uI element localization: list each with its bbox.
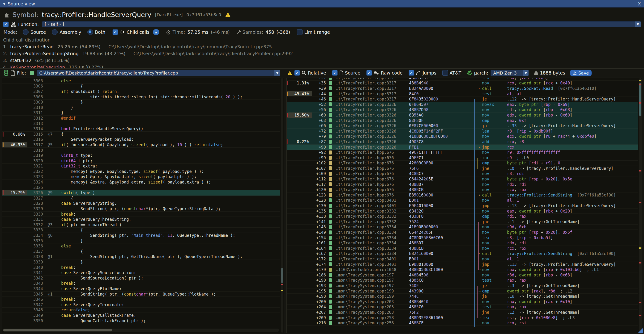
asm-location[interactable]: …t\TracyProfiler.cpp:3334 <box>336 235 409 240</box>
source-line[interactable]: 3346 break; <box>2 297 280 302</box>
source-line[interactable]: 3306 { <box>2 84 280 89</box>
asm-location[interactable]: …t\TracyProfiler.cpp:3401 <box>336 262 409 267</box>
asm-location[interactable]: …mon\TracySystem.cpp:199 <box>336 294 409 299</box>
source-line[interactable]: 3322 memcpy( &type, &payload.type, sizeo… <box>2 169 280 174</box>
asm-row[interactable]: +56 …t\TracyProfiler.cpp:3326 488B7D98 m… <box>287 107 638 113</box>
asm-mnemonic[interactable]: lea <box>482 78 507 80</box>
source-line[interactable]: 3348 return false; <box>2 308 280 313</box>
asm-mnemonic[interactable]: mov <box>482 230 507 235</box>
asm-location[interactable]: …mon\TracySystem.cpp:197 <box>336 273 409 277</box>
asm-mnemonic[interactable]: mov <box>482 171 507 176</box>
asm-mnemonic[interactable]: jne <box>482 310 507 315</box>
asm-location[interactable]: …t\TracyProfiler.cpp:3334 <box>336 241 409 245</box>
asm-location[interactable]: …t\TracyProfiler.cpp:3326 <box>336 113 409 118</box>
asm-location[interactable]: …t\TracyProfiler.hpp:676 <box>336 161 409 165</box>
child-calls-checkbox[interactable]: ✓ <box>112 29 118 35</box>
source-line[interactable]: 46.93% 3317 @5 if( !m_sock->Read( &paylo… <box>2 142 280 148</box>
asm-mnemonic[interactable]: mov <box>482 321 507 325</box>
source-line[interactable]: 3336 else <box>2 243 280 249</box>
source-line[interactable]: 3310 } <box>2 105 280 110</box>
asm-location[interactable]: …t\TracyProfiler.cpp:3334 <box>336 230 409 235</box>
asm-location[interactable]: …mon\TracySystem.cpp:258 <box>336 321 409 325</box>
asm-row[interactable]: +209 …mon\TracySystem.cpp:258 488D35E886… <box>287 315 638 321</box>
asm-row[interactable]: +198 …mon\TracySystem.cpp:199 744C je .L… <box>287 294 638 299</box>
source-line[interactable]: 3337 { <box>2 249 280 254</box>
asm-mnemonic[interactable]: add <box>482 139 507 144</box>
close-icon[interactable]: X <box>638 1 641 6</box>
source-line[interactable]: 3316 ServerQueryPacket payload; <box>2 137 280 143</box>
asm-mnemonic[interactable]: movzx <box>482 102 507 107</box>
asm-mnemonic[interactable]: call <box>482 251 507 256</box>
asm-row[interactable]: 15.50% +60 …t\TracyProfiler.cpp:3326 8B5… <box>287 113 638 118</box>
asm-location[interactable]: …t\TracyProfiler.cpp:3332 <box>336 219 409 224</box>
asm-mnemonic[interactable]: mov <box>482 209 507 213</box>
source-line[interactable]: 3331 case ServerQueryThreadString: <box>2 217 280 222</box>
asm-location[interactable]: …t\TracyProfiler.cpp:3334 <box>336 251 409 256</box>
asm-row[interactable]: +172 …t\TracyProfiler.cpp:3401 B001 mov … <box>287 256 638 262</box>
asm-row[interactable]: +154 …t\TracyProfiler.cpp:3334 4C8D055FB… <box>287 235 638 241</box>
chevron-down-icon[interactable]: ▼ <box>523 70 528 76</box>
asm-location[interactable]: …1103\include\atomic:1048 <box>336 267 409 272</box>
asm-location[interactable]: …t\TracyProfiler.cpp:3326 <box>336 102 409 107</box>
source-line[interactable]: 3335 } <box>2 238 280 244</box>
asm-row[interactable]: +52 …t\TracyProfiler.cpp:3326 0FB64597 m… <box>287 102 638 107</box>
source-line[interactable]: 3332 @3 if( ptr == m_mainThread ) <box>2 222 280 228</box>
asm-row[interactable]: +90 …t\TracyProfiler.cpp:3326 FFE1 ‹ jmp… <box>287 145 638 150</box>
asm-row[interactable]: +216 …mon\TracySystem.cpp:258 488BCE mov… <box>287 320 638 326</box>
scrollbar-thumb[interactable] <box>3 329 112 332</box>
asm-mnemonic[interactable]: mov <box>482 257 507 261</box>
asm-mnemonic[interactable]: cmp <box>482 118 507 123</box>
asm-row[interactable]: +130 …t\TracyProfiler.cpp:3401 E9E401000… <box>287 203 638 208</box>
asm-location[interactable]: …t\TracyProfiler.cpp:3317 <box>336 97 409 101</box>
source-line[interactable]: 0.66% 3315 @7 { <box>2 132 280 137</box>
scrollbar-thumb[interactable] <box>281 268 283 283</box>
source-vertical-scrollbar[interactable] <box>281 78 284 333</box>
source-line[interactable]: 3309 } <box>2 100 280 105</box>
jumps-checkbox[interactable]: ✓ <box>408 70 414 76</box>
limit-range-checkbox[interactable]: ✓ <box>297 29 302 35</box>
source-line[interactable]: 3333 { <box>2 228 280 233</box>
asm-mnemonic[interactable]: lea <box>482 129 507 134</box>
asm-row[interactable]: +164 …t\TracyProfiler.cpp:3334 488BCB mo… <box>287 246 638 251</box>
asm-mnemonic[interactable]: call <box>482 193 507 197</box>
asm-mnemonic[interactable]: mov <box>482 113 507 118</box>
asm-mnemonic[interactable]: mov <box>482 182 507 187</box>
asm-mnemonic[interactable]: mov <box>482 150 507 155</box>
function-checkbox[interactable]: ✓ <box>3 21 9 27</box>
asm-row[interactable]: +167 …t\TracyProfiler.cpp:3334 E82416000… <box>287 251 638 257</box>
asm-mnemonic[interactable]: mov <box>482 225 507 229</box>
asm-row[interactable]: +207 …mon\TracySystem.cpp:203 75F2 jne .… <box>287 310 638 315</box>
asm-row[interactable]: +66 …t\TracyProfiler.cpp:3326 0F87CE0600… <box>287 123 638 129</box>
asm-mnemonic[interactable]: mov <box>482 273 507 277</box>
asm-location[interactable]: …t\TracyProfiler.cpp:3401 <box>336 203 409 208</box>
source-line[interactable]: 3328 case ServerQueryString: <box>2 201 280 206</box>
source-line[interactable]: 3341 case ServerQuerySourceLocation: <box>2 270 280 276</box>
asm-row[interactable]: +117 …t\TracyProfiler.hpp:676 488BD7 mov… <box>287 182 638 187</box>
asm-location[interactable]: …mon\TracySystem.cpp:203 <box>336 299 409 304</box>
asm-mnemonic[interactable]: jmp <box>482 145 507 150</box>
asm-location[interactable]: …t\TracyProfiler.cpp:3326 <box>336 129 409 134</box>
asm-location[interactable]: …t\TracyProfiler.cpp:3401 <box>336 257 409 261</box>
asm-location[interactable]: …t\TracyProfiler.cpp:3401 <box>336 198 409 203</box>
att-checkbox[interactable]: ✓ <box>442 70 448 76</box>
asm-location[interactable]: …t\TracyProfiler.hpp:676 <box>336 182 409 187</box>
asm-mnemonic[interactable]: mov <box>482 198 507 203</box>
chevron-down-icon[interactable]: ▼ <box>274 70 280 76</box>
asm-row[interactable]: +195 …mon\TracySystem.cpp:199 443900 → c… <box>287 289 638 294</box>
asm-mnemonic[interactable]: mov <box>482 187 507 192</box>
asm-row[interactable]: +107 …t\TracyProfiler.hpp:676 75F6 jne .… <box>287 166 638 171</box>
asm-row[interactable]: +204 …mon\TracySystem.cpp:203 4885C0 tes… <box>287 305 638 310</box>
child-call-item[interactable]: 4. KeSynchronizeExecution 125 μs (0.27%) <box>3 64 641 68</box>
source-line[interactable]: 3345 @1 SendString( ptr, (const char*)pt… <box>2 292 280 297</box>
asm-location[interactable]: …t\TracyProfiler.cpp:3326 <box>336 118 409 123</box>
asm-row[interactable]: +109 …t\TracyProfiler.hpp:676 4C8BC7 mov… <box>287 171 638 177</box>
asm-location[interactable]: …t\TracyProfiler.cpp:3317 <box>336 86 409 91</box>
source-line[interactable]: 3312 #endif <box>2 116 280 121</box>
asm-mnemonic[interactable]: mov <box>482 107 507 112</box>
source-line[interactable]: 3329 SendString( ptr, (const char*)ptr, … <box>2 206 280 212</box>
source-line[interactable]: 3325 <box>2 185 280 190</box>
uarch-select[interactable]: AMD Zen 3 ▼ <box>490 70 529 76</box>
asm-mnemonic[interactable]: jne <box>482 166 507 171</box>
source-checkbox[interactable]: ✓ <box>332 70 338 76</box>
asm-mnemonic[interactable]: test <box>482 305 507 309</box>
